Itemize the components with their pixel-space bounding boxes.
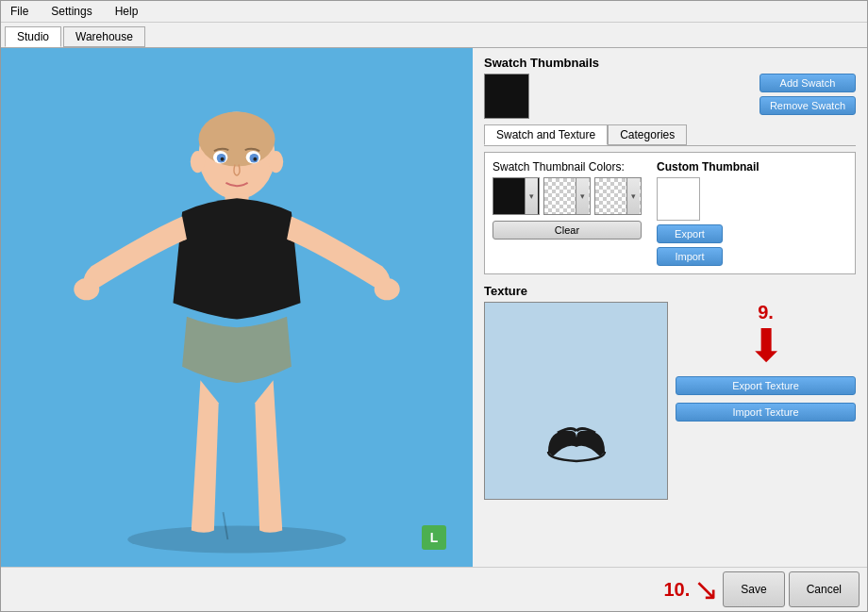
main-tab-bar: Studio Warehouse xyxy=(1,23,867,48)
clear-button[interactable]: Clear xyxy=(492,221,642,240)
add-swatch-button[interactable]: Add Swatch xyxy=(760,74,856,92)
svg-point-12 xyxy=(253,157,257,161)
save-button[interactable]: Save xyxy=(723,571,784,607)
color-dropdowns: ▾ ▾ ▾ xyxy=(492,177,642,215)
svg-point-0 xyxy=(127,526,346,554)
import-thumbnail-button[interactable]: Import xyxy=(657,247,723,266)
swatch-buttons: Add Swatch Remove Swatch xyxy=(760,74,856,115)
svg-point-13 xyxy=(191,151,205,173)
step10-indicator: 10. ↘ xyxy=(663,571,719,607)
color-dropdown-arrow-1[interactable]: ▾ xyxy=(525,178,538,214)
swatch-preview xyxy=(484,74,529,119)
color-swatch-3[interactable]: ▾ xyxy=(594,177,642,215)
tab-warehouse[interactable]: Warehouse xyxy=(63,26,145,47)
l-badge: L xyxy=(422,525,446,550)
svg-point-6 xyxy=(198,112,275,167)
texture-row: 9. ⬇ Export Texture Import Texture xyxy=(484,302,856,500)
cancel-button[interactable]: Cancel xyxy=(789,571,860,607)
texture-icon xyxy=(539,423,614,480)
down-arrow-icon: ⬇ xyxy=(747,323,785,369)
menu-help[interactable]: Help xyxy=(109,3,144,20)
character-svg xyxy=(1,48,473,567)
texture-buttons: 9. ⬇ Export Texture Import Texture xyxy=(676,302,856,422)
color-swatch-1[interactable]: ▾ xyxy=(492,177,540,215)
sub-tabs: Swatch and Texture Categories xyxy=(484,124,856,146)
custom-thumbnail-preview xyxy=(657,177,700,221)
texture-preview xyxy=(484,302,668,500)
custom-thumbnail-section: Custom Thumbnail Export Import xyxy=(657,160,760,266)
menu-file[interactable]: File xyxy=(5,3,34,20)
color-swatch-2[interactable]: ▾ xyxy=(543,177,591,215)
swatch-texture-panel: Swatch Thumbnail Colors: ▾ ▾ xyxy=(484,152,856,274)
export-texture-button[interactable]: Export Texture xyxy=(676,376,856,395)
content-area: L Swatch Thumbnails Add Swatch Remove Sw… xyxy=(1,48,867,567)
right-panel: Swatch Thumbnails Add Swatch Remove Swat… xyxy=(473,48,867,567)
character-container: L xyxy=(1,48,473,567)
color-dropdown-arrow-2[interactable]: ▾ xyxy=(576,178,589,214)
preview-panel: L xyxy=(1,48,473,567)
import-texture-button[interactable]: Import Texture xyxy=(676,403,856,422)
menu-settings[interactable]: Settings xyxy=(45,3,97,20)
color-section: Swatch Thumbnail Colors: ▾ ▾ xyxy=(492,160,642,240)
swatch-section: Swatch Thumbnails Add Swatch Remove Swat… xyxy=(484,56,856,119)
main-window: File Settings Help Studio Warehouse xyxy=(0,0,868,612)
swatch-colors-label: Swatch Thumbnail Colors: xyxy=(492,160,642,174)
export-thumbnail-button[interactable]: Export xyxy=(657,224,723,243)
sub-tab-categories[interactable]: Categories xyxy=(608,124,687,145)
color-dropdown-arrow-3[interactable]: ▾ xyxy=(626,178,640,214)
sub-tab-swatch-texture[interactable]: Swatch and Texture xyxy=(484,124,608,145)
remove-swatch-button[interactable]: Remove Swatch xyxy=(760,96,856,115)
swatch-row: Add Swatch Remove Swatch xyxy=(484,74,856,119)
menu-bar: File Settings Help xyxy=(1,1,867,23)
swatch-section-title: Swatch Thumbnails xyxy=(484,56,856,70)
texture-title: Texture xyxy=(484,284,856,298)
svg-point-11 xyxy=(221,157,225,161)
svg-point-14 xyxy=(269,151,283,173)
step10-label: 10. xyxy=(663,579,690,601)
texture-section: Texture xyxy=(484,284,856,500)
bottom-bar: 10. ↘ Save Cancel xyxy=(1,567,867,611)
svg-point-4 xyxy=(74,278,99,300)
colors-row: Swatch Thumbnail Colors: ▾ ▾ xyxy=(492,160,847,266)
tab-studio[interactable]: Studio xyxy=(5,26,61,47)
custom-thumbnail-title: Custom Thumbnail xyxy=(657,160,760,174)
step9-indicator: 9. ⬇ xyxy=(676,302,856,369)
svg-point-5 xyxy=(375,278,400,300)
diagonal-arrow-icon: ↘ xyxy=(693,571,719,607)
